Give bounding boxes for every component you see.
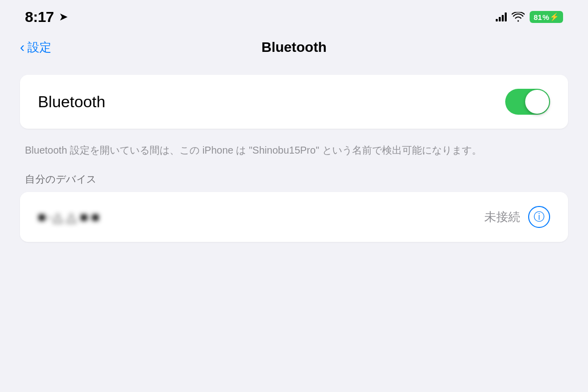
- back-chevron-icon: ‹: [20, 40, 24, 54]
- device-info-button[interactable]: ⓘ: [528, 206, 550, 228]
- status-time: 8:17: [25, 8, 54, 25]
- bluetooth-info-text: Bluetooth 設定を開いている間は、この iPhone は "Shinob…: [20, 139, 568, 173]
- my-devices-header: 自分のデバイス: [20, 173, 568, 192]
- location-icon: ➤: [59, 10, 68, 23]
- battery-indicator: 81%⚡: [530, 11, 563, 23]
- status-icons: 81%⚡: [496, 11, 563, 23]
- status-bar: 8:17 ➤ 81%⚡: [0, 0, 588, 30]
- bluetooth-toggle-label: Bluetooth: [38, 93, 105, 111]
- signal-icon: [496, 12, 507, 21]
- device-right-section: 未接続 ⓘ: [484, 206, 550, 228]
- wifi-icon: [512, 12, 525, 22]
- main-content: Bluetooth Bluetooth 設定を開いている間は、この iPhone…: [0, 65, 588, 252]
- device-list-card: ■··△ △ ■·■ 未接続 ⓘ: [20, 192, 568, 242]
- bluetooth-toggle-card: Bluetooth: [20, 75, 568, 129]
- toggle-knob: [525, 90, 549, 114]
- nav-bar: ‹ 設定 Bluetooth: [0, 30, 588, 65]
- page-title: Bluetooth: [261, 39, 327, 55]
- device-name: ■··△ △ ■·■: [38, 209, 99, 225]
- bluetooth-toggle[interactable]: [505, 89, 550, 115]
- device-status: 未接続: [484, 209, 520, 225]
- back-button[interactable]: ‹ 設定: [20, 39, 51, 55]
- back-label: 設定: [27, 39, 51, 55]
